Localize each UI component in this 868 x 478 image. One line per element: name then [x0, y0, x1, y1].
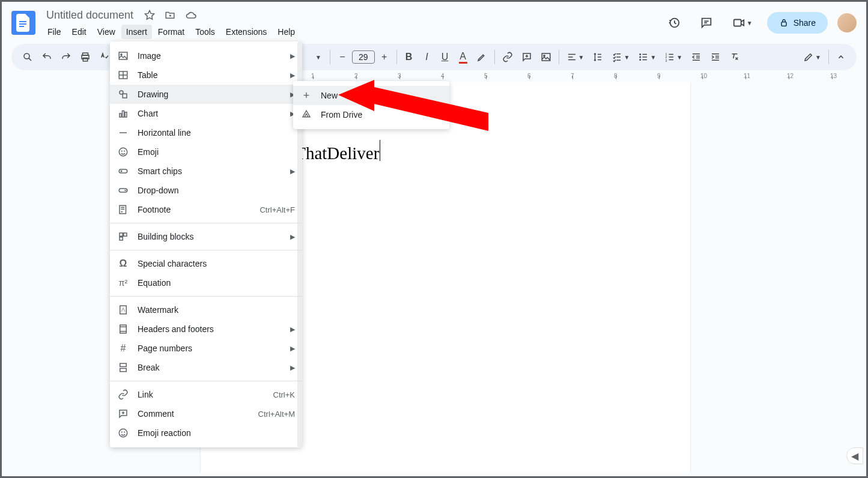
- svg-point-48: [121, 54, 122, 55]
- menu-insert-comment[interactable]: CommentCtrl+Alt+M: [110, 404, 302, 423]
- print-icon[interactable]: [76, 49, 94, 65]
- bold-icon[interactable]: B: [401, 49, 417, 65]
- insert-dropdown-menu: Image▶ Table▶ Drawing▶ Chart▶ Horizontal…: [110, 41, 302, 447]
- menu-insert-link[interactable]: LinkCtrl+K: [110, 385, 302, 404]
- undo-icon[interactable]: [38, 49, 56, 65]
- vertical-ruler[interactable]: [2, 82, 25, 473]
- line-spacing-icon[interactable]: [589, 49, 607, 65]
- svg-rect-69: [124, 233, 127, 236]
- collapse-toolbar-icon[interactable]: [833, 49, 849, 65]
- svg-rect-70: [120, 237, 123, 240]
- menu-insert[interactable]: Insert: [121, 25, 152, 39]
- svg-rect-76: [120, 369, 127, 372]
- svg-point-58: [119, 148, 127, 156]
- svg-rect-54: [120, 113, 121, 117]
- svg-rect-68: [120, 233, 123, 236]
- font-size-input[interactable]: 29: [352, 50, 375, 64]
- svg-point-80: [121, 432, 122, 432]
- menu-tools[interactable]: Tools: [190, 25, 220, 39]
- menu-insert-image[interactable]: Image▶: [110, 46, 302, 65]
- svg-point-22: [640, 56, 641, 58]
- menu-insert-drawing[interactable]: Drawing▶: [110, 85, 302, 104]
- svg-text:3: 3: [666, 59, 667, 62]
- svg-point-59: [121, 151, 122, 151]
- share-label: Share: [794, 18, 816, 28]
- cloud-status-icon[interactable]: [183, 7, 199, 23]
- menu-help[interactable]: Help: [273, 25, 300, 39]
- menu-format[interactable]: Format: [153, 25, 189, 39]
- text-cursor: [380, 140, 380, 161]
- menu-view[interactable]: View: [93, 25, 120, 39]
- menu-edit[interactable]: Edit: [67, 25, 91, 39]
- svg-point-60: [124, 151, 125, 151]
- menu-insert-page-numbers[interactable]: #Page numbers▶: [110, 339, 302, 358]
- svg-rect-53: [123, 94, 127, 98]
- increase-indent-icon[interactable]: [706, 49, 724, 65]
- menu-extensions[interactable]: Extensions: [221, 25, 272, 39]
- history-icon[interactable]: [663, 11, 685, 34]
- redo-icon[interactable]: [57, 49, 75, 65]
- move-icon[interactable]: [162, 7, 178, 23]
- menu-insert-headers[interactable]: Headers and footers▶: [110, 319, 302, 339]
- highlight-icon[interactable]: [473, 49, 491, 65]
- document-title[interactable]: Untitled document: [43, 8, 137, 23]
- menu-file[interactable]: File: [43, 25, 66, 39]
- share-button[interactable]: Share: [767, 12, 828, 34]
- menu-insert-building-blocks[interactable]: Building blocks▶: [110, 227, 302, 246]
- underline-icon[interactable]: U: [437, 49, 454, 65]
- bulleted-list-icon[interactable]: ▼: [634, 49, 660, 65]
- meet-icon[interactable]: ▼: [727, 11, 757, 34]
- svg-rect-72: [120, 325, 127, 333]
- svg-point-62: [121, 171, 122, 172]
- svg-rect-71: [120, 306, 127, 314]
- align-icon[interactable]: ▼: [563, 49, 588, 65]
- user-avatar[interactable]: [837, 13, 857, 32]
- menu-insert-emoji-reaction[interactable]: Emoji reaction: [110, 423, 302, 443]
- star-icon[interactable]: [142, 7, 157, 23]
- menu-insert-chart[interactable]: Chart▶: [110, 104, 302, 123]
- menu-insert-hr[interactable]: Horizontal line: [110, 123, 302, 142]
- svg-rect-55: [123, 111, 124, 118]
- svg-point-17: [543, 55, 544, 56]
- svg-point-21: [640, 54, 641, 55]
- svg-rect-6: [733, 20, 741, 26]
- menu-insert-footnote[interactable]: FootnoteCtrl+Alt+F: [110, 200, 302, 219]
- font-dropdown[interactable]: ▼: [309, 49, 326, 65]
- comments-icon[interactable]: [695, 11, 718, 34]
- insert-image-icon[interactable]: [537, 49, 555, 65]
- svg-rect-56: [125, 112, 127, 117]
- increase-font-icon[interactable]: +: [376, 49, 393, 65]
- svg-rect-7: [782, 22, 786, 26]
- svg-point-79: [119, 429, 127, 437]
- editing-mode-icon[interactable]: ▼: [800, 49, 825, 65]
- text-color-icon[interactable]: A: [455, 49, 472, 65]
- decrease-indent-icon[interactable]: [687, 49, 705, 65]
- menu-insert-equation[interactable]: π²Equation: [110, 273, 302, 292]
- clear-formatting-icon[interactable]: [726, 49, 744, 65]
- submenu-drawing-new[interactable]: +New: [293, 86, 449, 105]
- svg-point-23: [640, 59, 641, 61]
- svg-rect-0: [19, 21, 26, 22]
- menu-insert-special[interactable]: ΩSpecial characters: [110, 254, 302, 273]
- docs-logo[interactable]: [11, 11, 35, 35]
- svg-point-8: [24, 53, 29, 59]
- svg-rect-61: [119, 169, 127, 173]
- menu-insert-table[interactable]: Table▶: [110, 65, 302, 85]
- menu-insert-break[interactable]: Break▶: [110, 358, 302, 377]
- side-panel-toggle-icon[interactable]: ◀: [846, 447, 863, 464]
- search-menus-icon[interactable]: [19, 49, 37, 65]
- italic-icon[interactable]: I: [419, 49, 436, 65]
- menu-insert-watermark[interactable]: Watermark: [110, 300, 302, 319]
- menu-insert-emoji[interactable]: Emoji: [110, 142, 302, 162]
- menu-insert-smart-chips[interactable]: Smart chips▶: [110, 162, 302, 181]
- insert-link-icon[interactable]: [499, 49, 517, 65]
- svg-rect-1: [19, 23, 26, 25]
- drawing-submenu: +New From Drive: [293, 81, 449, 129]
- add-comment-icon[interactable]: [518, 49, 536, 65]
- menu-insert-dropdown[interactable]: Drop-down: [110, 181, 302, 200]
- checklist-icon[interactable]: ▼: [608, 49, 633, 65]
- decrease-font-icon[interactable]: −: [334, 49, 351, 65]
- submenu-drawing-from-drive[interactable]: From Drive: [293, 105, 449, 124]
- numbered-list-icon[interactable]: 123▼: [661, 49, 686, 65]
- svg-point-81: [124, 432, 125, 432]
